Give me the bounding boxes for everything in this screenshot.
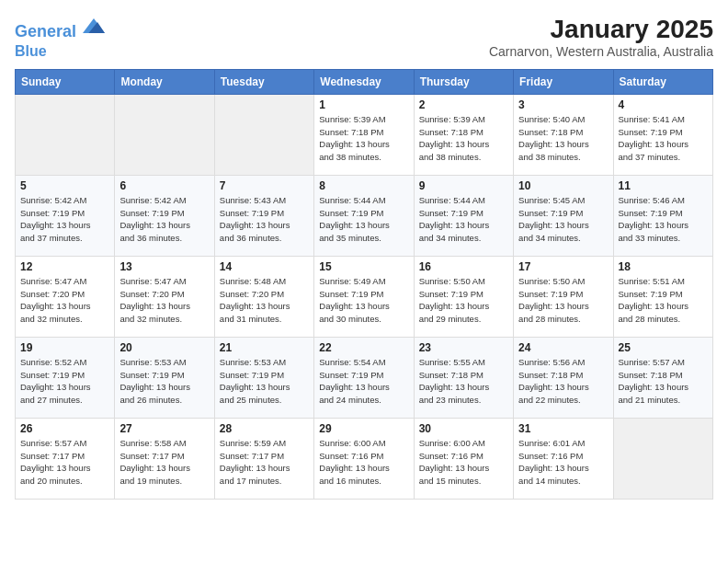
calendar-week-row: 5Sunrise: 5:42 AM Sunset: 7:19 PM Daylig…	[16, 175, 713, 256]
logo-general: General	[15, 22, 76, 40]
calendar-cell: 7Sunrise: 5:43 AM Sunset: 7:19 PM Daylig…	[214, 175, 313, 256]
logo: General Blue	[15, 15, 105, 60]
calendar-cell: 25Sunrise: 5:57 AM Sunset: 7:18 PM Dayli…	[613, 337, 712, 418]
day-detail: Sunrise: 5:57 AM Sunset: 7:17 PM Dayligh…	[20, 437, 109, 488]
page-header: General Blue January 2025 Carnarvon, Wes…	[15, 15, 713, 60]
day-detail: Sunrise: 5:44 AM Sunset: 7:19 PM Dayligh…	[419, 194, 508, 245]
day-detail: Sunrise: 5:51 AM Sunset: 7:19 PM Dayligh…	[619, 275, 708, 326]
weekday-header-wednesday: Wednesday	[314, 69, 414, 94]
day-number: 17	[518, 260, 608, 273]
day-number: 21	[220, 341, 309, 354]
calendar-header-row: SundayMondayTuesdayWednesdayThursdayFrid…	[16, 69, 713, 94]
day-detail: Sunrise: 6:01 AM Sunset: 7:16 PM Dayligh…	[518, 437, 608, 488]
calendar-cell: 15Sunrise: 5:49 AM Sunset: 7:19 PM Dayli…	[314, 256, 414, 337]
calendar-cell: 30Sunrise: 6:00 AM Sunset: 7:16 PM Dayli…	[414, 418, 513, 499]
calendar-cell	[115, 94, 214, 175]
day-detail: Sunrise: 5:49 AM Sunset: 7:19 PM Dayligh…	[319, 275, 408, 326]
title-block: January 2025 Carnarvon, Western Australi…	[489, 15, 713, 59]
calendar-cell: 8Sunrise: 5:44 AM Sunset: 7:19 PM Daylig…	[314, 175, 414, 256]
weekday-header-thursday: Thursday	[414, 69, 513, 94]
weekday-header-sunday: Sunday	[16, 69, 115, 94]
day-number: 13	[119, 260, 209, 273]
calendar-week-row: 12Sunrise: 5:47 AM Sunset: 7:20 PM Dayli…	[16, 256, 713, 337]
day-detail: Sunrise: 5:55 AM Sunset: 7:18 PM Dayligh…	[419, 356, 508, 407]
day-number: 22	[319, 341, 408, 354]
calendar-cell: 2Sunrise: 5:39 AM Sunset: 7:18 PM Daylig…	[414, 94, 513, 175]
day-detail: Sunrise: 6:00 AM Sunset: 7:16 PM Dayligh…	[419, 437, 508, 488]
day-detail: Sunrise: 5:40 AM Sunset: 7:18 PM Dayligh…	[518, 113, 608, 164]
calendar-cell	[214, 94, 313, 175]
calendar-cell: 6Sunrise: 5:42 AM Sunset: 7:19 PM Daylig…	[115, 175, 214, 256]
calendar-cell: 14Sunrise: 5:48 AM Sunset: 7:20 PM Dayli…	[214, 256, 313, 337]
day-detail: Sunrise: 5:42 AM Sunset: 7:19 PM Dayligh…	[119, 194, 209, 245]
weekday-header-tuesday: Tuesday	[214, 69, 313, 94]
day-number: 19	[20, 341, 109, 354]
day-number: 7	[220, 179, 309, 192]
calendar-cell: 27Sunrise: 5:58 AM Sunset: 7:17 PM Dayli…	[115, 418, 214, 499]
calendar-cell: 20Sunrise: 5:53 AM Sunset: 7:19 PM Dayli…	[115, 337, 214, 418]
day-number: 12	[20, 260, 109, 273]
day-detail: Sunrise: 5:59 AM Sunset: 7:17 PM Dayligh…	[220, 437, 309, 488]
day-detail: Sunrise: 5:47 AM Sunset: 7:20 PM Dayligh…	[20, 275, 109, 326]
calendar-cell: 23Sunrise: 5:55 AM Sunset: 7:18 PM Dayli…	[414, 337, 513, 418]
day-detail: Sunrise: 6:00 AM Sunset: 7:16 PM Dayligh…	[319, 437, 408, 488]
calendar-cell: 19Sunrise: 5:52 AM Sunset: 7:19 PM Dayli…	[16, 337, 115, 418]
day-detail: Sunrise: 5:54 AM Sunset: 7:19 PM Dayligh…	[319, 356, 408, 407]
calendar-cell: 18Sunrise: 5:51 AM Sunset: 7:19 PM Dayli…	[613, 256, 712, 337]
calendar-cell	[613, 418, 712, 499]
day-number: 30	[419, 422, 508, 435]
day-detail: Sunrise: 5:45 AM Sunset: 7:19 PM Dayligh…	[518, 194, 608, 245]
calendar-cell: 31Sunrise: 6:01 AM Sunset: 7:16 PM Dayli…	[514, 418, 613, 499]
day-number: 3	[518, 98, 608, 111]
logo-text: General	[15, 15, 105, 42]
calendar-cell: 17Sunrise: 5:50 AM Sunset: 7:19 PM Dayli…	[514, 256, 613, 337]
day-detail: Sunrise: 5:48 AM Sunset: 7:20 PM Dayligh…	[220, 275, 309, 326]
day-number: 26	[20, 422, 109, 435]
day-number: 6	[119, 179, 209, 192]
calendar-cell: 29Sunrise: 6:00 AM Sunset: 7:16 PM Dayli…	[314, 418, 414, 499]
calendar-cell: 11Sunrise: 5:46 AM Sunset: 7:19 PM Dayli…	[613, 175, 712, 256]
day-number: 31	[518, 422, 608, 435]
day-number: 14	[220, 260, 309, 273]
calendar-cell: 9Sunrise: 5:44 AM Sunset: 7:19 PM Daylig…	[414, 175, 513, 256]
day-number: 1	[319, 98, 408, 111]
day-detail: Sunrise: 5:39 AM Sunset: 7:18 PM Dayligh…	[419, 113, 508, 164]
calendar-cell: 13Sunrise: 5:47 AM Sunset: 7:20 PM Dayli…	[115, 256, 214, 337]
calendar-week-row: 19Sunrise: 5:52 AM Sunset: 7:19 PM Dayli…	[16, 337, 713, 418]
calendar-cell	[16, 94, 115, 175]
calendar-table: SundayMondayTuesdayWednesdayThursdayFrid…	[15, 69, 713, 500]
calendar-cell: 12Sunrise: 5:47 AM Sunset: 7:20 PM Dayli…	[16, 256, 115, 337]
day-number: 5	[20, 179, 109, 192]
weekday-header-friday: Friday	[514, 69, 613, 94]
weekday-header-saturday: Saturday	[613, 69, 712, 94]
day-detail: Sunrise: 5:58 AM Sunset: 7:17 PM Dayligh…	[119, 437, 209, 488]
calendar-cell: 4Sunrise: 5:41 AM Sunset: 7:19 PM Daylig…	[613, 94, 712, 175]
day-detail: Sunrise: 5:46 AM Sunset: 7:19 PM Dayligh…	[619, 194, 708, 245]
day-number: 10	[518, 179, 608, 192]
calendar-cell: 24Sunrise: 5:56 AM Sunset: 7:18 PM Dayli…	[514, 337, 613, 418]
day-detail: Sunrise: 5:53 AM Sunset: 7:19 PM Dayligh…	[119, 356, 209, 407]
calendar-week-row: 1Sunrise: 5:39 AM Sunset: 7:18 PM Daylig…	[16, 94, 713, 175]
day-number: 9	[419, 179, 508, 192]
logo-blue: Blue	[15, 42, 105, 60]
calendar-cell: 1Sunrise: 5:39 AM Sunset: 7:18 PM Daylig…	[314, 94, 414, 175]
page-title: January 2025	[489, 15, 713, 44]
day-detail: Sunrise: 5:53 AM Sunset: 7:19 PM Dayligh…	[220, 356, 309, 407]
day-detail: Sunrise: 5:50 AM Sunset: 7:19 PM Dayligh…	[419, 275, 508, 326]
day-number: 24	[518, 341, 608, 354]
day-number: 2	[419, 98, 508, 111]
calendar-cell: 21Sunrise: 5:53 AM Sunset: 7:19 PM Dayli…	[214, 337, 313, 418]
day-number: 8	[319, 179, 408, 192]
weekday-header-monday: Monday	[115, 69, 214, 94]
day-number: 29	[319, 422, 408, 435]
day-number: 4	[619, 98, 708, 111]
day-detail: Sunrise: 5:42 AM Sunset: 7:19 PM Dayligh…	[20, 194, 109, 245]
day-detail: Sunrise: 5:56 AM Sunset: 7:18 PM Dayligh…	[518, 356, 608, 407]
calendar-cell: 5Sunrise: 5:42 AM Sunset: 7:19 PM Daylig…	[16, 175, 115, 256]
day-detail: Sunrise: 5:43 AM Sunset: 7:19 PM Dayligh…	[220, 194, 309, 245]
day-detail: Sunrise: 5:41 AM Sunset: 7:19 PM Dayligh…	[619, 113, 708, 164]
day-detail: Sunrise: 5:50 AM Sunset: 7:19 PM Dayligh…	[518, 275, 608, 326]
day-number: 25	[619, 341, 708, 354]
day-detail: Sunrise: 5:52 AM Sunset: 7:19 PM Dayligh…	[20, 356, 109, 407]
calendar-cell: 10Sunrise: 5:45 AM Sunset: 7:19 PM Dayli…	[514, 175, 613, 256]
